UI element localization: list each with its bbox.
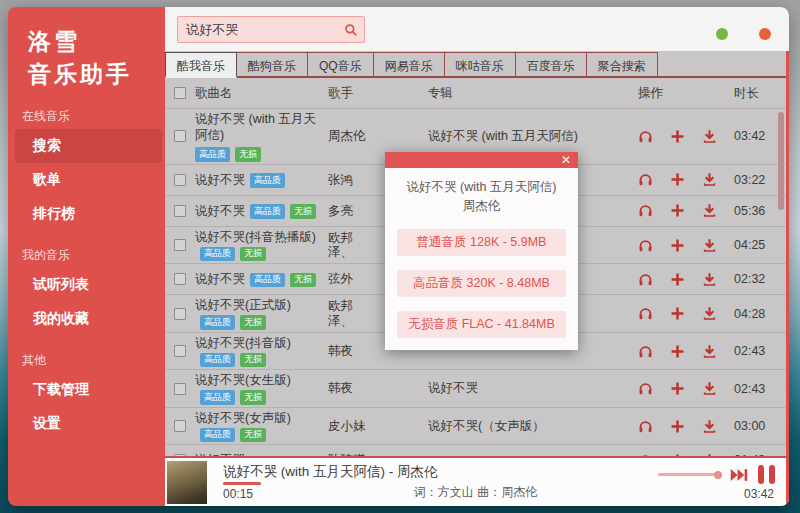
- select-all-checkbox[interactable]: [174, 87, 186, 99]
- download-icon[interactable]: [702, 306, 717, 321]
- badge-高品质: 高品质: [200, 353, 235, 368]
- song-name: 说好不哭(抖音版): [195, 336, 291, 350]
- download-icon[interactable]: [702, 203, 717, 218]
- scrollbar-thumb[interactable]: [778, 112, 784, 210]
- quality-option-button[interactable]: 高品音质 320K - 8.48MB: [397, 270, 566, 297]
- download-icon[interactable]: [702, 419, 717, 434]
- tab-聚合搜索[interactable]: 聚合搜索: [587, 52, 658, 76]
- row-checkbox-cell: [165, 205, 195, 217]
- select-all-cell: [165, 87, 195, 99]
- song-name-cell: 说好不哭(正式版)高品质无损: [195, 297, 328, 330]
- duration-cell: 04:25: [734, 238, 786, 252]
- song-name-cell: 说好不哭(抖音热播版)高品质无损: [195, 229, 328, 262]
- sidebar-item-排行榜[interactable]: 排行榜: [15, 197, 162, 231]
- plus-icon[interactable]: [670, 203, 685, 218]
- song-name-cell: 说好不哭(女生版)高品质无损: [195, 372, 328, 405]
- tab-QQ音乐[interactable]: QQ音乐: [308, 52, 374, 76]
- desktop-background: 洛雪 音乐助手 在线音乐搜索歌单排行榜我的音乐试听列表我的收藏其他下载管理设置: [0, 0, 800, 513]
- tab-咪咕音乐[interactable]: 咪咕音乐: [445, 52, 516, 76]
- plus-icon[interactable]: [670, 272, 685, 287]
- row-checkbox[interactable]: [174, 174, 186, 186]
- main-column: 酷我音乐酷狗音乐QQ音乐网易音乐咪咕音乐百度音乐聚合搜索 歌曲名 歌手 专辑 操…: [165, 7, 789, 506]
- plus-icon[interactable]: [670, 381, 685, 396]
- download-icon[interactable]: [702, 272, 717, 287]
- headphones-icon[interactable]: [638, 238, 653, 253]
- headphones-icon[interactable]: [638, 419, 653, 434]
- song-name: 说好不哭(抖音热播版): [195, 230, 316, 244]
- row-checkbox[interactable]: [174, 273, 186, 285]
- row-checkbox[interactable]: [174, 130, 186, 142]
- row-checkbox[interactable]: [174, 383, 186, 395]
- song-name-cell: 说好不哭高品质: [195, 172, 328, 188]
- headphones-icon[interactable]: [638, 381, 653, 396]
- download-icon[interactable]: [702, 238, 717, 253]
- quality-options: 普通音质 128K - 5.9MB高品音质 320K - 8.48MB无损音质 …: [385, 229, 578, 338]
- plus-icon[interactable]: [670, 419, 685, 434]
- quality-option-button[interactable]: 普通音质 128K - 5.9MB: [397, 229, 566, 256]
- logo-line2: 音乐助手: [28, 58, 165, 91]
- badge-无损: 无损: [290, 273, 316, 288]
- dialog-artist: 周杰伦: [385, 198, 578, 215]
- song-name-cell: 说好不哭高品质无损: [195, 271, 328, 287]
- download-icon[interactable]: [702, 172, 717, 187]
- search-input[interactable]: [178, 22, 338, 37]
- table-row[interactable]: 说好不哭(女声版)高品质无损皮小妹说好不哭(（女声版）03:00: [165, 408, 786, 446]
- tab-酷我音乐[interactable]: 酷我音乐: [165, 52, 237, 78]
- row-checkbox[interactable]: [174, 420, 186, 432]
- sidebar: 洛雪 音乐助手 在线音乐搜索歌单排行榜我的音乐试听列表我的收藏其他下载管理设置: [8, 7, 165, 506]
- plus-icon[interactable]: [670, 306, 685, 321]
- actions-cell: [638, 272, 734, 287]
- row-checkbox[interactable]: [174, 205, 186, 217]
- pause-button[interactable]: [758, 465, 775, 484]
- download-icon[interactable]: [702, 381, 717, 396]
- headphones-icon[interactable]: [638, 344, 653, 359]
- headphones-icon[interactable]: [638, 272, 653, 287]
- tab-网易音乐[interactable]: 网易音乐: [374, 52, 445, 76]
- actions-cell: [638, 381, 734, 396]
- badge-line: 高品质无损: [195, 146, 324, 162]
- headphones-icon[interactable]: [638, 129, 653, 144]
- logo-line1: 洛雪: [28, 25, 165, 58]
- sidebar-item-歌单[interactable]: 歌单: [15, 163, 162, 197]
- close-button[interactable]: [759, 28, 771, 40]
- headphones-icon[interactable]: [638, 203, 653, 218]
- headphones-icon[interactable]: [638, 306, 653, 321]
- sidebar-item-试听列表[interactable]: 试听列表: [15, 268, 162, 302]
- close-icon[interactable]: ✕: [561, 152, 571, 168]
- plus-icon[interactable]: [670, 238, 685, 253]
- quality-option-button[interactable]: 无损音质 FLAC - 41.84MB: [397, 311, 566, 338]
- volume-thumb[interactable]: [714, 471, 722, 479]
- table-row[interactable]: 说好不哭(女生版)高品质无损韩夜说好不哭02:43: [165, 370, 786, 408]
- song-name-cell: 说好不哭(抖音版)高品质无损: [195, 335, 328, 368]
- plus-icon[interactable]: [670, 172, 685, 187]
- progress-bar[interactable]: [223, 482, 261, 485]
- row-checkbox[interactable]: [174, 345, 186, 357]
- volume-slider[interactable]: [658, 473, 720, 476]
- badge-高品质: 高品质: [250, 173, 285, 188]
- badge-高品质: 高品质: [250, 273, 285, 288]
- duration-cell: 02:43: [734, 344, 786, 358]
- badge-无损: 无损: [240, 390, 266, 405]
- artist-cell: 周杰伦: [328, 129, 428, 143]
- download-icon[interactable]: [702, 129, 717, 144]
- album-art: [167, 461, 207, 504]
- sidebar-item-我的收藏[interactable]: 我的收藏: [15, 302, 162, 336]
- badge-无损: 无损: [240, 315, 266, 330]
- plus-icon[interactable]: [670, 129, 685, 144]
- download-icon[interactable]: [702, 344, 717, 359]
- next-track-button[interactable]: [730, 467, 748, 483]
- tab-酷狗音乐[interactable]: 酷狗音乐: [237, 52, 308, 76]
- sidebar-item-下载管理[interactable]: 下载管理: [15, 373, 162, 407]
- sidebar-item-搜索[interactable]: 搜索: [15, 129, 162, 163]
- header-song-name: 歌曲名: [195, 85, 328, 101]
- row-checkbox[interactable]: [174, 239, 186, 251]
- actions-cell: [638, 344, 734, 359]
- tab-百度音乐[interactable]: 百度音乐: [516, 52, 587, 76]
- plus-icon[interactable]: [670, 344, 685, 359]
- sidebar-item-设置[interactable]: 设置: [15, 407, 162, 441]
- row-checkbox[interactable]: [174, 308, 186, 320]
- minimize-button[interactable]: [716, 28, 728, 40]
- headphones-icon[interactable]: [638, 172, 653, 187]
- search-icon[interactable]: [338, 17, 364, 42]
- artist-name: 周杰伦: [328, 129, 366, 143]
